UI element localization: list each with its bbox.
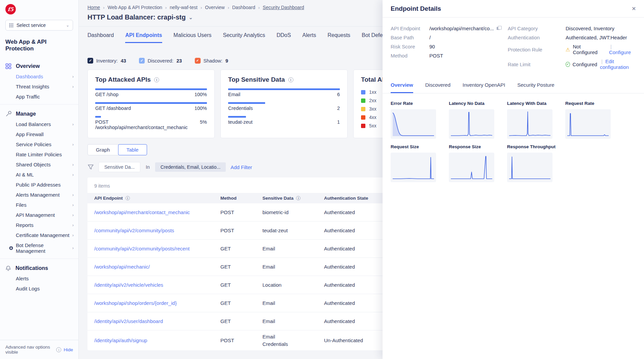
sparkline-chart (565, 109, 611, 139)
panel-tab[interactable]: Inventory OpenAPI (463, 82, 505, 93)
panel-tab[interactable]: Overview (391, 82, 413, 93)
bar-value: 2 (337, 106, 340, 111)
sidebar-item[interactable]: App Firewall (0, 129, 78, 139)
tab[interactable]: Alerts (302, 32, 316, 43)
info-icon[interactable] (126, 196, 130, 200)
add-filter-button[interactable]: Add Filter (230, 164, 252, 170)
endpoint-link[interactable]: /workshop/api/shop/orders/{order_id} (87, 297, 214, 310)
bar-value: 100% (194, 92, 207, 97)
checkbox-checked-icon[interactable] (139, 58, 145, 64)
sparkline-cell: Response Size (449, 144, 494, 182)
breadcrumb-item[interactable]: Overview (205, 5, 224, 10)
sidebar-item-label: Service Policies (16, 142, 51, 147)
sidebar-item[interactable]: Files (0, 200, 78, 210)
filter-value-chip[interactable]: Credentials, Email, Locatio... (155, 162, 226, 172)
bar-value: 100% (194, 106, 207, 111)
breadcrumb-item[interactable]: Dashboard (232, 5, 255, 10)
sidebar-item-label: Audit Logs (16, 286, 40, 291)
summary-checkbox-item[interactable]: Shadow: 9 (195, 58, 228, 64)
nav-section-head[interactable]: Notifications (0, 263, 78, 273)
tab[interactable]: Dashboard (87, 32, 114, 43)
panel-tab[interactable]: Discovered (425, 82, 451, 93)
column-header[interactable]: Method (214, 196, 256, 201)
filter-field-chip[interactable]: Sensitive Da... (99, 162, 140, 172)
sidebar-item[interactable]: Shared Objects (0, 159, 78, 169)
chevron-right-icon (72, 84, 74, 89)
breadcrumb-item[interactable]: Web App & API Protection (108, 5, 162, 10)
sidebar-item[interactable]: Threat Insights (0, 81, 78, 91)
sidebar-item[interactable]: Rate Limiter Policies (0, 149, 78, 159)
endpoint-link[interactable]: /identity/api/v2/user/dashboard (87, 315, 214, 328)
toggle-option[interactable]: Graph (87, 144, 118, 155)
close-icon[interactable] (632, 6, 636, 12)
sidebar-item[interactable]: App Traffic (0, 91, 78, 102)
detail-action-link[interactable]: Configure (609, 49, 631, 55)
detail-action-link[interactable]: Edit configuration (600, 58, 629, 70)
detail-row: API Endpoint /workshop/api/merchant/co..… (391, 26, 508, 31)
detail-label: Base Path (391, 35, 429, 40)
breadcrumb-item[interactable]: Home (87, 5, 100, 10)
bar-row: Email 6 (228, 88, 340, 97)
endpoint-link[interactable]: /community/api/v2/community/posts/recent (87, 242, 214, 255)
endpoint-link[interactable]: /workshop/api/mechanic/ (87, 261, 214, 273)
check-circle-icon (566, 62, 570, 67)
detail-label: API Category (508, 26, 566, 31)
method-cell: POST (214, 224, 256, 237)
info-icon[interactable] (56, 347, 61, 352)
sidebar-item[interactable]: Service Policies (0, 139, 78, 149)
tab[interactable]: DDoS (277, 32, 291, 43)
summary-checkbox-item[interactable]: Inventory: 43 (87, 58, 126, 64)
checkbox-checked-icon[interactable] (195, 58, 201, 64)
bar (228, 102, 265, 104)
checkbox-checked-icon[interactable] (87, 58, 93, 64)
summary-checkbox-item[interactable]: Discovered: 23 (139, 58, 182, 64)
sparkline-grid: Error Rate Latency No Data Latency With … (383, 93, 644, 188)
sidebar-item-label: Alerts (16, 276, 29, 281)
column-header[interactable]: API Endpoint (87, 196, 214, 201)
sidebar-item[interactable]: Public IP Addresses (0, 180, 78, 190)
sidebar-item[interactable]: Certificate Management (0, 230, 78, 240)
copy-icon[interactable] (497, 26, 502, 31)
endpoint-link[interactable]: /community/api/v2/community/posts (87, 224, 214, 237)
hide-nav-button[interactable]: Hide (64, 347, 73, 352)
nav-section-head[interactable]: Overview (0, 61, 78, 71)
info-icon[interactable] (296, 196, 300, 200)
column-header[interactable]: Sensitive Data (256, 196, 317, 201)
select-service-dropdown[interactable]: Select service (5, 20, 73, 31)
title-chevron-down-icon[interactable] (189, 15, 193, 20)
tab[interactable]: Security Analytics (223, 32, 265, 43)
f5-logo-icon[interactable] (5, 4, 16, 14)
tab[interactable]: API Endpoints (125, 32, 162, 43)
method-cell: GET (214, 297, 256, 310)
tab[interactable]: Requests (328, 32, 351, 43)
endpoint-link[interactable]: /identity/api/auth/signup (87, 334, 214, 347)
panel-tab[interactable]: Security Posture (517, 82, 554, 93)
chevron-right-icon (72, 202, 74, 207)
breadcrumb-item[interactable]: nelly-waf-test (170, 5, 197, 10)
sidebar-item[interactable]: Dashboards (0, 71, 78, 81)
sidebar-item[interactable]: API Management (0, 210, 78, 220)
breadcrumb-separator-icon: › (201, 5, 202, 10)
sidebar-item[interactable]: Load Balancers (0, 119, 78, 129)
breadcrumb-item[interactable]: Security Dashboard (263, 5, 304, 10)
sidebar-item[interactable]: Alerts Management (0, 190, 78, 200)
sensitive-data-cell: Email (256, 315, 317, 328)
sensitive-data-value: Email (262, 300, 317, 307)
endpoint-link[interactable]: /identity/api/v2/vehicle/vehicles (87, 279, 214, 291)
card-title: Top Attacked APIs (95, 76, 151, 83)
sidebar: Select service Web App & API Protection … (0, 0, 79, 359)
toggle-option[interactable]: Table (118, 144, 147, 155)
sidebar-item[interactable]: Bot Defense Management (0, 240, 78, 256)
sidebar-item[interactable]: Alerts (0, 273, 78, 283)
sidebar-item[interactable]: Audit Logs (0, 283, 78, 293)
sidebar-item[interactable]: AI & ML (0, 169, 78, 180)
sidebar-item-label: API Management (16, 212, 55, 218)
endpoint-link[interactable]: /workshop/api/merchant/contact_mechanic (87, 206, 214, 219)
info-icon[interactable] (288, 77, 293, 82)
tab[interactable]: Malicious Users (174, 32, 212, 43)
nav-section-head[interactable]: Manage (0, 109, 78, 119)
sidebar-item[interactable]: Reports (0, 220, 78, 230)
wrench-icon (5, 111, 11, 117)
summary-label: Shadow: (204, 58, 222, 64)
info-icon[interactable] (154, 77, 159, 82)
